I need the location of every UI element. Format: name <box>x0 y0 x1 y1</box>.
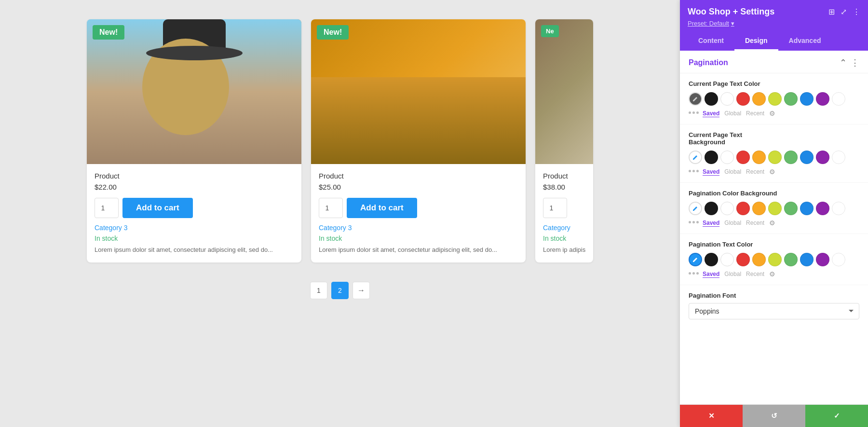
swatch-yellow-2[interactable] <box>768 151 782 164</box>
page-next-btn[interactable]: → <box>353 282 370 299</box>
swatch-red-1[interactable] <box>736 92 750 106</box>
pen-swatch-3[interactable] <box>689 202 702 215</box>
dot-1 <box>689 111 691 114</box>
cancel-button[interactable]: ✕ <box>680 405 743 427</box>
new-badge-1: New! <box>93 25 124 40</box>
add-to-cart-btn-1[interactable]: Add to cart <box>122 198 193 218</box>
swatch-white-1[interactable] <box>720 92 734 106</box>
product-stock-2: In stock <box>319 234 518 242</box>
section-more-btn[interactable]: ⋮ <box>851 58 859 67</box>
gear-icon-4[interactable]: ⚙ <box>769 270 775 278</box>
expand-icon[interactable]: ⤢ <box>841 7 847 16</box>
add-to-cart-btn-2[interactable]: Add to cart <box>347 198 417 218</box>
color-tab-recent-2[interactable]: Recent <box>746 168 764 175</box>
swatch-orange-3[interactable] <box>752 202 766 215</box>
swatch-blue-1[interactable] <box>800 92 814 106</box>
product-actions-1: Add to cart <box>95 198 294 218</box>
swatch-clear-2[interactable] <box>832 151 845 164</box>
swatch-yellow-3[interactable] <box>768 202 782 215</box>
swatch-red-3[interactable] <box>736 202 750 215</box>
product-category-2[interactable]: Category 3 <box>319 224 518 232</box>
color-dots-2 <box>689 170 699 172</box>
hat-brim <box>146 46 243 60</box>
preset-row[interactable]: Preset: Default ▾ <box>688 20 860 27</box>
font-label: Pagination Font <box>689 292 859 299</box>
color-tab-saved-4[interactable]: Saved <box>703 271 719 278</box>
product-image-3: Ne <box>535 19 593 164</box>
tab-content[interactable]: Content <box>688 32 734 51</box>
dot-6 <box>696 170 699 172</box>
color-tab-global-2[interactable]: Global <box>724 168 741 175</box>
page-btn-2[interactable]: 2 <box>331 282 349 299</box>
product-card-3: Ne Product $38.00 Category In stock Lore… <box>535 19 593 262</box>
color-palette-3 <box>689 202 859 215</box>
product-info-2: Product $25.00 Add to cart Category 3 In… <box>311 164 526 262</box>
dot-2 <box>692 111 695 114</box>
product-stock-1: In stock <box>95 234 294 242</box>
font-select[interactable]: Poppins Roboto Open Sans Lato Montserrat <box>689 303 859 319</box>
color-tab-recent-1[interactable]: Recent <box>746 110 764 117</box>
swatch-black-4[interactable] <box>705 253 718 266</box>
qty-input-3[interactable] <box>543 198 567 218</box>
color-tab-global-3[interactable]: Global <box>724 220 741 226</box>
qty-input-1[interactable] <box>95 198 119 218</box>
swatch-purple-1[interactable] <box>816 92 829 106</box>
color-tab-global-4[interactable]: Global <box>724 271 741 277</box>
product-category-1[interactable]: Category 3 <box>95 224 294 232</box>
product-desc-3: Lorem ip adipisc... <box>543 245 585 255</box>
swatch-clear-1[interactable] <box>832 92 845 106</box>
swatch-orange-2[interactable] <box>752 151 766 164</box>
dot-4 <box>689 170 691 172</box>
swatch-orange-4[interactable] <box>752 253 766 266</box>
tab-advanced[interactable]: Advanced <box>778 32 832 51</box>
color-tab-global-1[interactable]: Global <box>724 110 741 117</box>
color-tab-recent-3[interactable]: Recent <box>746 220 764 226</box>
panel-title: Woo Shop + Settings <box>688 7 774 17</box>
dot-3 <box>696 111 699 114</box>
swatch-white-4[interactable] <box>720 253 734 266</box>
swatch-yellow-1[interactable] <box>768 92 782 106</box>
swatch-clear-3[interactable] <box>832 202 845 215</box>
preview-button[interactable]: ↺ <box>743 405 805 427</box>
responsive-icon[interactable]: ⊞ <box>828 7 835 16</box>
color-tab-saved-1[interactable]: Saved <box>703 110 719 117</box>
swatch-black-1[interactable] <box>705 92 718 106</box>
swatch-black-2[interactable] <box>705 151 718 164</box>
more-icon[interactable]: ⋮ <box>853 7 860 16</box>
qty-input-2[interactable] <box>319 198 343 218</box>
swatch-orange-1[interactable] <box>752 92 766 106</box>
product-category-3[interactable]: Category <box>543 224 585 232</box>
section-collapse-btn[interactable]: ⌃ <box>840 58 847 67</box>
swatch-white-3[interactable] <box>720 202 734 215</box>
page-btn-1[interactable]: 1 <box>310 282 327 299</box>
swatch-green-2[interactable] <box>784 151 798 164</box>
swatch-green-3[interactable] <box>784 202 798 215</box>
color-tab-saved-2[interactable]: Saved <box>703 168 719 176</box>
swatch-blue-2[interactable] <box>800 151 814 164</box>
swatch-green-4[interactable] <box>784 253 798 266</box>
swatch-blue-3[interactable] <box>800 202 814 215</box>
swatch-white-2[interactable] <box>720 151 734 164</box>
pen-swatch-1[interactable] <box>689 92 702 106</box>
panel-bottom: ✕ ↺ ✓ <box>680 404 868 427</box>
gear-icon-2[interactable]: ⚙ <box>769 168 775 176</box>
color-tab-saved-3[interactable]: Saved <box>703 220 719 227</box>
pen-swatch-4[interactable] <box>689 253 702 266</box>
gear-icon-3[interactable]: ⚙ <box>769 219 775 227</box>
swatch-blue-4[interactable] <box>800 253 814 266</box>
swatch-black-3[interactable] <box>705 202 718 215</box>
swatch-purple-4[interactable] <box>816 253 829 266</box>
swatch-purple-2[interactable] <box>816 151 829 164</box>
pen-swatch-2[interactable] <box>689 151 702 164</box>
swatch-red-2[interactable] <box>736 151 750 164</box>
save-button[interactable]: ✓ <box>805 405 868 427</box>
product-desc-1: Lorem ipsum dolor sit amet, consectetur … <box>95 245 294 255</box>
swatch-yellow-4[interactable] <box>768 253 782 266</box>
swatch-red-4[interactable] <box>736 253 750 266</box>
swatch-purple-3[interactable] <box>816 202 829 215</box>
tab-design[interactable]: Design <box>734 32 778 51</box>
swatch-clear-4[interactable] <box>832 253 845 266</box>
swatch-green-1[interactable] <box>784 92 798 106</box>
color-tab-recent-4[interactable]: Recent <box>746 271 764 277</box>
gear-icon-1[interactable]: ⚙ <box>769 110 775 117</box>
